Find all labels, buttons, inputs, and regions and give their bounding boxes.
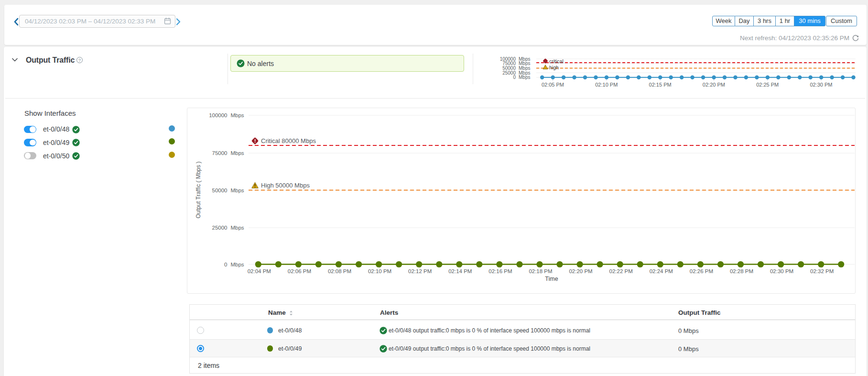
svg-text:Mbps: Mbps [231,262,244,267]
svg-text:02:10 PM: 02:10 PM [368,268,391,274]
svg-text:Mbps: Mbps [231,225,244,231]
svg-text:high: high [549,65,559,70]
svg-text:02:14 PM: 02:14 PM [448,268,472,274]
svg-text:02:20 PM: 02:20 PM [569,268,592,274]
svg-text:Time: Time [545,276,558,282]
svg-text:02:12 PM: 02:12 PM [408,268,432,274]
svg-text:Mbps: Mbps [231,188,244,193]
svg-text:02:15 PM: 02:15 PM [649,82,672,88]
svg-text:High 50000 Mbps: High 50000 Mbps [261,182,310,189]
svg-text:02:18 PM: 02:18 PM [529,268,552,274]
svg-text:25000: 25000 [212,225,228,231]
svg-text:02:25 PM: 02:25 PM [756,82,779,88]
svg-text:Output Traffic ( Mbps ): Output Traffic ( Mbps ) [195,161,202,218]
svg-text:critical: critical [549,58,564,64]
svg-text:02:05 PM: 02:05 PM [542,82,564,88]
svg-text:100000: 100000 [209,112,227,118]
svg-text:02:26 PM: 02:26 PM [690,268,713,274]
svg-text:02:20 PM: 02:20 PM [703,82,725,88]
svg-text:02:30 PM: 02:30 PM [810,82,832,88]
svg-text:02:04 PM: 02:04 PM [248,268,271,274]
svg-text:02:10 PM: 02:10 PM [595,82,618,88]
svg-text:Critical 80000 Mbps: Critical 80000 Mbps [261,137,316,144]
svg-text:0: 0 [224,262,227,267]
svg-text:Mbps: Mbps [519,75,530,80]
svg-text:02:08 PM: 02:08 PM [328,268,351,274]
svg-text:Mbps: Mbps [231,112,244,118]
svg-text:02:22 PM: 02:22 PM [609,268,633,274]
svg-text:02:28 PM: 02:28 PM [730,268,753,274]
svg-text:50000: 50000 [212,188,228,193]
svg-text:75000: 75000 [212,150,228,156]
svg-text:02:06 PM: 02:06 PM [288,268,311,274]
svg-text:02:30 PM: 02:30 PM [770,268,793,274]
svg-text:02:24 PM: 02:24 PM [650,268,673,274]
svg-text:02:16 PM: 02:16 PM [488,268,512,274]
svg-text:0: 0 [513,75,516,80]
svg-text:Mbps: Mbps [231,150,244,156]
svg-text:02:32 PM: 02:32 PM [810,268,834,274]
